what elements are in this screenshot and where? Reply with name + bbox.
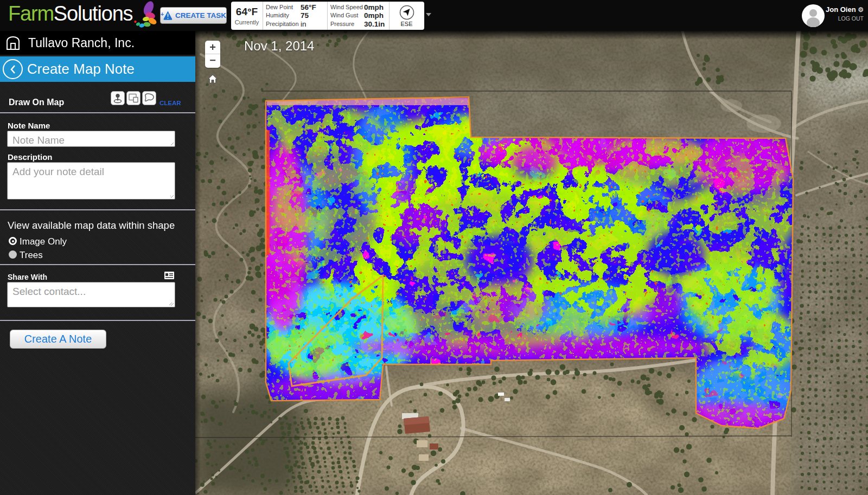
svg-text:+: +	[161, 10, 164, 17]
